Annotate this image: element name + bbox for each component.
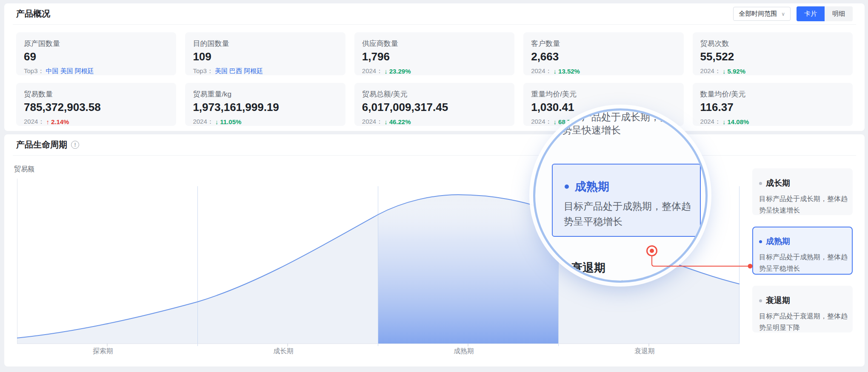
magnified-maturity-card: 成熟期 目标产品处于成熟期，整体趋势呈平稳增长 xyxy=(552,164,701,237)
connector-line xyxy=(647,253,757,272)
metric-meta-label: 2024： xyxy=(700,67,721,75)
lifecycle-header: 产品生命周期 ! xyxy=(13,134,856,156)
metric-change: 13.52% xyxy=(558,68,580,75)
metric-label: 贸易次数 xyxy=(700,39,845,48)
metric-meta-label: 2024： xyxy=(362,118,383,126)
overview-header: 产品概况 全部时间范围 ∨ 卡片 明细 xyxy=(13,3,856,25)
down-arrow-icon: ↓ xyxy=(384,68,388,75)
down-arrow-icon: ↓ xyxy=(554,68,557,75)
metric-card-origin-countries: 原产国数量 69 Top3：中国 美国 阿根廷 xyxy=(16,32,176,75)
metric-meta-label: 2024： xyxy=(531,118,551,126)
overview-title: 产品概况 xyxy=(16,8,50,20)
metric-change: 14.08% xyxy=(727,118,749,125)
metric-card-customers: 客户数量 2,663 2024：↓13.52% xyxy=(523,32,683,75)
metric-meta-label: 2024： xyxy=(24,118,44,126)
metric-change: 2.14% xyxy=(51,118,69,125)
stage-desc: 目标产品处于成熟期，整体趋势呈平稳增长 xyxy=(759,251,849,274)
dashboard-page: 产品概况 全部时间范围 ∨ 卡片 明细 原产国数量 69 Top3：中国 美国 … xyxy=(0,0,868,372)
stage-name: 衰退期 xyxy=(766,295,790,306)
metric-value: 55,522 xyxy=(700,50,845,63)
metric-meta-label: 2024： xyxy=(193,118,213,126)
metric-meta-label: 2024： xyxy=(531,67,551,75)
magnified-stage-name: 成熟期 xyxy=(575,179,609,194)
metric-card-dest-countries: 目的国数量 109 Top3：美国 巴西 阿根廷 xyxy=(185,32,345,75)
metric-card-suppliers: 供应商数量 1,796 2024：↓23.29% xyxy=(354,32,514,75)
metric-meta-label: 2024： xyxy=(700,118,721,126)
metric-label: 客户数量 xyxy=(531,39,676,48)
metric-label: 贸易数量 xyxy=(24,89,168,99)
y-axis-label: 贸易额 xyxy=(14,165,34,174)
overview-controls: 全部时间范围 ∨ 卡片 明细 xyxy=(733,6,853,21)
phase-label-maturity: 成熟期 xyxy=(454,347,474,356)
stage-dot-icon xyxy=(759,240,762,243)
up-arrow-icon: ↑ xyxy=(46,118,49,125)
metric-cards-row-2: 贸易数量 785,372,903.58 2024：↑2.14% 贸易重量/kg … xyxy=(16,83,853,126)
stage-desc: 目标产品处于衰退期，整体趋势呈明显下降 xyxy=(759,310,849,333)
metric-value: 785,372,903.58 xyxy=(24,101,168,114)
stage-dot-icon xyxy=(565,185,569,189)
metric-meta-label: 2024： xyxy=(362,67,383,75)
down-arrow-icon: ↓ xyxy=(554,118,557,125)
metric-value: 116.37 xyxy=(700,101,845,114)
metric-value: 1,973,161,999.19 xyxy=(193,101,337,114)
metric-value: 69 xyxy=(24,50,168,63)
stage-desc: 目标产品处于成长期，整体趋势呈快速增长 xyxy=(759,193,849,216)
phase-label-decline: 衰退期 xyxy=(634,347,655,356)
focus-marker-dot xyxy=(650,249,654,253)
metric-label: 重量均价/美元 xyxy=(531,89,676,99)
stage-name: 成熟期 xyxy=(766,236,790,247)
phase-label-growth: 成长期 xyxy=(273,347,294,356)
metric-change: 46.22% xyxy=(389,118,411,125)
view-toggle: 卡片 明细 xyxy=(797,6,853,21)
metric-value: 6,017,009,317.45 xyxy=(362,101,507,114)
metric-change: 5.92% xyxy=(727,68,745,75)
metric-cards-row-1: 原产国数量 69 Top3：中国 美国 阿根廷 目的国数量 109 Top3：美… xyxy=(16,32,853,75)
metric-label: 贸易重量/kg xyxy=(193,89,337,99)
metric-label: 原产国数量 xyxy=(24,39,168,48)
info-icon[interactable]: ! xyxy=(71,141,79,149)
metric-meta-label: Top3： xyxy=(193,67,213,75)
stage-card-growth[interactable]: 成长期 目标产品处于成长期，整体趋势呈快速增长 xyxy=(752,168,853,215)
metric-change: 23.29% xyxy=(389,68,411,75)
metric-label: 目的国数量 xyxy=(193,39,337,48)
detail-view-button[interactable]: 明细 xyxy=(825,6,853,21)
metric-card-trade-amount: 贸易总额/美元 6,017,009,317.45 2024：↓46.22% xyxy=(354,83,514,126)
metric-meta-label: Top3： xyxy=(24,67,44,75)
stage-dot-icon xyxy=(759,299,762,302)
down-arrow-icon: ↓ xyxy=(722,118,726,125)
card-view-button[interactable]: 卡片 xyxy=(797,6,825,21)
chevron-down-icon: ∨ xyxy=(781,11,785,17)
stage-card-maturity-active[interactable]: 成熟期 目标产品处于成熟期，整体趋势呈平稳增长 xyxy=(752,227,853,275)
metric-card-trade-weight: 贸易重量/kg 1,973,161,999.19 2024：↓11.05% xyxy=(185,83,345,126)
metric-change: 11.05% xyxy=(220,118,241,125)
time-range-select[interactable]: 全部时间范围 ∨ xyxy=(733,7,791,21)
down-arrow-icon: ↓ xyxy=(722,68,726,75)
stage-card-decline[interactable]: 衰退期 目标产品处于衰退期，整体趋势呈明显下降 xyxy=(752,286,853,332)
metric-value: 1,796 xyxy=(362,50,507,63)
lifecycle-title: 产品生命周期 xyxy=(16,139,67,151)
product-overview-panel: 产品概况 全部时间范围 ∨ 卡片 明细 原产国数量 69 Top3：中国 美国 … xyxy=(4,3,865,131)
focus-marker xyxy=(646,245,657,256)
metric-card-qty-avg-price: 数量均价/美元 116.37 2024：↓14.08% xyxy=(693,83,853,126)
stage-name: 成长期 xyxy=(766,178,790,189)
magnified-stage-desc: 目标产品处于成熟期，整体趋势呈平稳增长 xyxy=(564,199,698,229)
metric-value: 109 xyxy=(193,50,337,63)
metric-card-trade-quantity: 贸易数量 785,372,903.58 2024：↑2.14% xyxy=(16,83,176,126)
metric-label: 供应商数量 xyxy=(362,39,507,48)
top3-links[interactable]: 美国 巴西 阿根廷 xyxy=(215,67,263,75)
connector-end-dot xyxy=(748,264,753,269)
metric-value: 2,663 xyxy=(531,50,676,63)
down-arrow-icon: ↓ xyxy=(215,118,219,125)
time-range-value: 全部时间范围 xyxy=(739,10,777,18)
metric-label: 数量均价/美元 xyxy=(700,89,845,99)
metric-label: 贸易总额/美元 xyxy=(362,89,507,99)
product-lifecycle-panel: 产品生命周期 ! 贸易额 xyxy=(4,134,865,366)
metric-card-trade-count: 贸易次数 55,522 2024：↓5.92% xyxy=(693,32,853,75)
top3-links[interactable]: 中国 美国 阿根廷 xyxy=(46,67,94,75)
down-arrow-icon: ↓ xyxy=(384,118,388,125)
phase-label-exploration: 探索期 xyxy=(93,347,113,356)
stage-dot-icon xyxy=(759,182,762,185)
